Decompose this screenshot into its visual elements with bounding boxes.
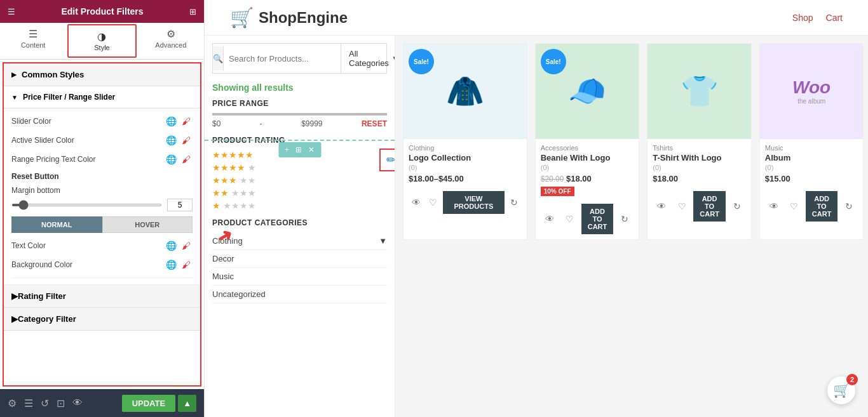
categories-title: PRODUCT CATEGORIES bbox=[212, 218, 387, 227]
settings-icon[interactable]: ⚙ bbox=[8, 397, 17, 409]
category-select[interactable]: All Categories ▼ bbox=[341, 44, 395, 73]
category-music[interactable]: Music bbox=[212, 268, 387, 286]
category-uncategorized[interactable]: Uncategorized bbox=[212, 286, 387, 303]
tab-style[interactable]: ◑ Style bbox=[67, 24, 136, 58]
star-filled: ★★★★ bbox=[212, 162, 245, 173]
eye-action-icon[interactable]: 👁 bbox=[409, 194, 423, 211]
cart-badge[interactable]: 🛒 2 bbox=[827, 376, 855, 404]
product-categories-section: PRODUCT CATEGORIES Clothing▼ Decor Music… bbox=[212, 218, 387, 303]
rating-1-star[interactable]: ★★★★★ bbox=[212, 201, 387, 211]
history-icon[interactable]: ↺ bbox=[41, 397, 49, 409]
view-products-btn[interactable]: VIEW PRODUCTS bbox=[443, 191, 505, 214]
toolbar-add[interactable]: + bbox=[282, 144, 292, 156]
slash-icon-3[interactable]: 🖌 bbox=[180, 153, 193, 166]
category-filter-label: Category Filter bbox=[18, 314, 76, 324]
shop-body: + ⊞ ✕ ✏ 🔍 All Categories ▼ Showing all r… bbox=[205, 36, 868, 417]
compare-icon-2[interactable]: ↻ bbox=[616, 210, 634, 228]
responsive-icon[interactable]: ⊡ bbox=[57, 397, 65, 409]
search-icon[interactable]: 🔍 bbox=[213, 46, 224, 70]
search-bar: 🔍 All Categories ▼ bbox=[212, 43, 387, 74]
eye-action-icon-3[interactable]: 👁 bbox=[653, 197, 670, 215]
layers-icon[interactable]: ☰ bbox=[24, 397, 33, 409]
product-actions-1: 👁 ♡ VIEW PRODUCTS ↻ bbox=[403, 191, 527, 219]
section-category-filter[interactable]: ▶ Category Filter bbox=[4, 308, 200, 331]
hover-state-tab[interactable]: HOVER bbox=[102, 216, 193, 233]
left-panel: ☰ Edit Product Filters ⊞ ☰ Content ◑ Sty… bbox=[0, 0, 205, 417]
woo-text: Woo bbox=[792, 78, 831, 98]
product-emoji-3: 👕 bbox=[681, 74, 719, 109]
globe-icon-2[interactable]: 🌐 bbox=[165, 134, 177, 147]
toolbar-close[interactable]: ✕ bbox=[306, 144, 317, 156]
add-to-cart-btn-4[interactable]: ADD TO CART bbox=[806, 191, 838, 222]
arrow-icon: ▶ bbox=[11, 71, 17, 78]
category-clothing[interactable]: Clothing▼ bbox=[212, 232, 387, 250]
product-price-3: $18.00 bbox=[653, 174, 746, 183]
rating-2-star[interactable]: ★★★★★ bbox=[212, 188, 387, 198]
shop-main: ➜ Sale! 🧥 Clothing Logo Collection (0) $… bbox=[395, 36, 868, 417]
globe-icon[interactable]: 🌐 bbox=[165, 115, 177, 128]
add-to-cart-btn-3[interactable]: ADD TO CART bbox=[693, 191, 726, 222]
wishlist-icon-3[interactable]: ♡ bbox=[673, 197, 691, 215]
product-category-4: Music bbox=[765, 144, 858, 152]
update-arrow-button[interactable]: ▲ bbox=[178, 395, 196, 412]
compare-icon[interactable]: ↻ bbox=[507, 194, 522, 211]
shop-header: 🛒 ShopEngine Shop Cart bbox=[205, 0, 868, 36]
rating-3-star[interactable]: ★★★★★ bbox=[212, 175, 387, 185]
margin-slider[interactable] bbox=[11, 204, 162, 206]
globe-icon-5[interactable]: 🌐 bbox=[165, 258, 177, 271]
compare-icon-4[interactable]: ↻ bbox=[840, 197, 858, 215]
eye-action-icon-4[interactable]: 👁 bbox=[765, 197, 783, 215]
grid-icon[interactable]: ⊞ bbox=[189, 7, 196, 17]
category-decor[interactable]: Decor bbox=[212, 250, 387, 268]
sale-badge-1: Sale! bbox=[409, 49, 434, 74]
slash-icon[interactable]: 🖌 bbox=[180, 115, 193, 128]
normal-state-tab[interactable]: NORMAL bbox=[11, 216, 102, 233]
toolbar-move[interactable]: ⊞ bbox=[293, 144, 304, 156]
eye-icon[interactable]: 👁 bbox=[72, 397, 83, 409]
shop-nav: Shop Cart bbox=[792, 13, 843, 23]
panel-footer: ⚙ ☰ ↺ ⊡ 👁 UPDATE ▲ bbox=[0, 389, 204, 417]
woo-subtext: the album bbox=[792, 98, 831, 105]
wishlist-icon[interactable]: ♡ bbox=[426, 194, 440, 211]
edit-widget-button[interactable]: ✏ bbox=[379, 149, 395, 171]
rating-filter-label: Rating Filter bbox=[18, 291, 66, 301]
product-actions-3: 👁 ♡ ADD TO CART ↻ bbox=[648, 191, 751, 227]
margin-value-input[interactable] bbox=[167, 199, 193, 211]
slider-color-field: Slider Color 🌐 🖌 bbox=[11, 115, 193, 128]
product-category-1: Clothing bbox=[409, 144, 522, 152]
tab-content[interactable]: ☰ Content bbox=[0, 23, 66, 59]
product-reviews-2: (0) bbox=[541, 164, 634, 171]
wishlist-icon-2[interactable]: ♡ bbox=[561, 210, 579, 228]
compare-icon-3[interactable]: ↻ bbox=[728, 197, 746, 215]
discount-badge: 10% OFF bbox=[541, 187, 574, 196]
section-price-filter[interactable]: ▼ Price Filter / Range Slider bbox=[4, 86, 200, 109]
woo-image: Woo the album bbox=[792, 78, 831, 105]
price-range-slider[interactable] bbox=[212, 113, 387, 116]
product-actions-2: 👁 ♡ ADD TO CART ↻ bbox=[536, 204, 639, 239]
update-button[interactable]: UPDATE bbox=[122, 395, 175, 412]
slash-icon-2[interactable]: 🖌 bbox=[180, 134, 193, 147]
text-color-label: Text Color bbox=[11, 241, 46, 250]
slash-icon-4[interactable]: 🖌 bbox=[180, 239, 193, 252]
globe-icon-3[interactable]: 🌐 bbox=[165, 153, 177, 166]
price-text: $0 - $9999 RESET bbox=[212, 119, 387, 128]
section-rating-filter[interactable]: ▶ Rating Filter bbox=[4, 285, 200, 308]
hamburger-icon[interactable]: ☰ bbox=[8, 7, 15, 17]
search-input[interactable] bbox=[224, 49, 341, 69]
state-tabs: NORMAL HOVER bbox=[11, 216, 193, 233]
product-reviews-3: (0) bbox=[653, 164, 746, 171]
eye-action-icon-2[interactable]: 👁 bbox=[541, 210, 559, 228]
star-filled: ★★ bbox=[212, 188, 229, 198]
tab-advanced[interactable]: ⚙ Advanced bbox=[138, 23, 204, 59]
section-common-styles[interactable]: ▶ Common Styles bbox=[4, 63, 200, 86]
rating-4-star[interactable]: ★★★★★ bbox=[212, 162, 387, 173]
wishlist-icon-4[interactable]: ♡ bbox=[785, 197, 803, 215]
active-slider-color-label: Active Slider Color bbox=[11, 136, 74, 145]
reset-btn[interactable]: RESET bbox=[362, 119, 387, 128]
reset-button-section: Reset Button Margin bottom NORMAL HOVER … bbox=[11, 172, 193, 278]
nav-shop[interactable]: Shop bbox=[792, 13, 813, 23]
slash-icon-5[interactable]: 🖌 bbox=[180, 258, 193, 271]
nav-cart[interactable]: Cart bbox=[826, 13, 843, 23]
globe-icon-4[interactable]: 🌐 bbox=[165, 239, 177, 252]
add-to-cart-btn-2[interactable]: ADD TO CART bbox=[581, 204, 614, 234]
